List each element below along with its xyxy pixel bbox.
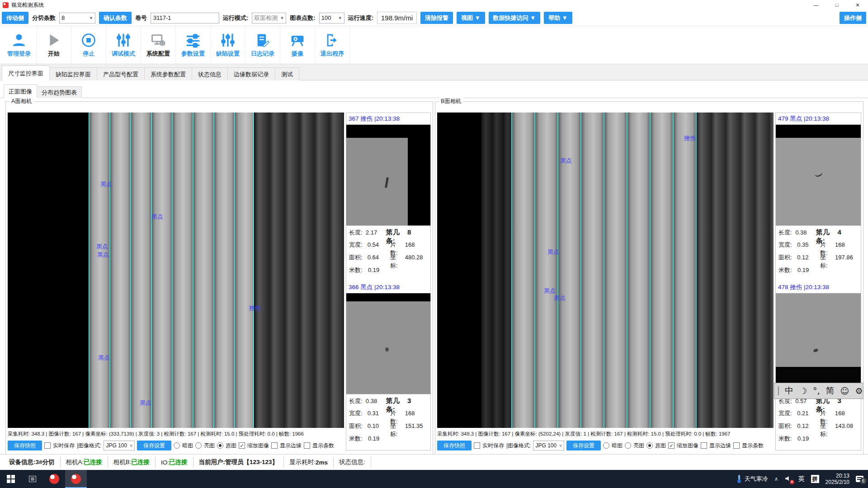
status-label: 显示耗时: bbox=[289, 458, 316, 466]
tab-main-3[interactable]: 系统参数配置 bbox=[144, 67, 192, 80]
tab-main-5[interactable]: 边缘数据记录 bbox=[227, 67, 275, 80]
bright-image-radio[interactable] bbox=[195, 442, 202, 449]
app-window: 视觉检测系统 — □ ✕ 传动侧 分切条数 8▼ 确认条数 卷号 3117-1 … bbox=[0, 0, 868, 488]
exit-icon bbox=[325, 33, 340, 48]
detail-value: 0.31 bbox=[368, 410, 390, 417]
action-label: 日志记录 bbox=[251, 50, 274, 58]
pc-gear-icon bbox=[151, 33, 166, 48]
camera-b-edge-region bbox=[697, 113, 774, 428]
tab-main-0[interactable]: 尺寸监控界面 bbox=[2, 66, 50, 80]
detail-value: 197.86 bbox=[835, 254, 858, 261]
toolbar-action-play[interactable]: 开始 bbox=[37, 26, 71, 64]
confirm-count-button[interactable]: 确认条数 bbox=[99, 12, 132, 24]
action-label: 缺陷设置 bbox=[216, 50, 240, 58]
image-format-select[interactable]: JPG 100˅ bbox=[533, 441, 564, 450]
run-mode-select[interactable]: 双面检测▼ bbox=[252, 13, 286, 23]
slit-count-select[interactable]: 8▼ bbox=[59, 13, 95, 23]
chart-points-label: 图表点数: bbox=[290, 14, 315, 22]
toolbar-action-pc-gear[interactable]: 系统配置 bbox=[141, 26, 176, 64]
show-edge-checkbox[interactable] bbox=[271, 442, 278, 449]
zoom-image-checkbox[interactable]: ✓ bbox=[668, 442, 675, 449]
volume-muted-button[interactable]: ✕ bbox=[785, 475, 792, 483]
show-strips-checkbox[interactable] bbox=[733, 442, 740, 449]
ime-chinese[interactable]: 中 bbox=[785, 385, 793, 397]
view-menu-button[interactable]: 视图 ▼ bbox=[457, 12, 485, 24]
pinyin-ime-badge[interactable]: 拼 bbox=[811, 475, 819, 483]
dark-image-radio[interactable] bbox=[174, 442, 180, 449]
save-snapshot-button[interactable]: 保存快照 bbox=[437, 441, 472, 450]
toolbar-action-sliders-h[interactable]: 参数设置 bbox=[176, 26, 211, 64]
operator-side-button[interactable]: 操作侧 bbox=[840, 12, 866, 24]
realtime-save-checkbox[interactable] bbox=[474, 442, 480, 449]
taskbar-app-1[interactable] bbox=[43, 470, 65, 488]
toolbar-action-user[interactable]: 管理登录 bbox=[2, 26, 37, 64]
toolbar-action-log-edit[interactable]: 日志记录 bbox=[245, 26, 280, 64]
ime-toolbar[interactable]: 中☽°,简☺⚙ bbox=[774, 383, 863, 399]
ime-emoji[interactable]: ☺ bbox=[840, 386, 849, 396]
log-edit-icon bbox=[255, 33, 270, 48]
defect-card-header: 479 黑点 |20:13:38 bbox=[776, 113, 861, 125]
bright-image-radio[interactable] bbox=[625, 442, 631, 449]
show-edge-checkbox[interactable] bbox=[701, 442, 707, 449]
taskbar-app-2-active[interactable] bbox=[65, 470, 87, 488]
detail-label: 宽度: bbox=[778, 409, 795, 418]
tab-sub-0[interactable]: 正面图像 bbox=[4, 84, 37, 98]
image-format-select[interactable]: JPG 100˅ bbox=[104, 441, 135, 450]
ime-punctuation[interactable]: °, bbox=[813, 386, 820, 396]
detail-label: 米数: bbox=[778, 266, 796, 274]
defect-details: 长度:0.57第几条:3宽度:0.21片数:168面积:0.12坐标:143.0… bbox=[776, 394, 861, 447]
status-camera-a: 相机A: 已连接 bbox=[61, 457, 108, 468]
detail-row: 米数:0.19 bbox=[778, 435, 858, 447]
clock-time: 20:13 bbox=[826, 473, 849, 479]
toolbar-action-exit[interactable]: 退出程序 bbox=[315, 26, 350, 64]
maximize-button[interactable]: □ bbox=[826, 0, 847, 10]
camera-a-group-title: A面相机 bbox=[9, 98, 34, 105]
minimize-button[interactable]: — bbox=[806, 0, 826, 10]
chart-points-select[interactable]: 100▼ bbox=[319, 13, 344, 23]
tab-main-4[interactable]: 状态信息 bbox=[192, 67, 228, 80]
dark-image-radio[interactable] bbox=[603, 442, 609, 449]
original-image-radio[interactable] bbox=[217, 442, 223, 449]
tab-sub-1[interactable]: 分布趋势图表 bbox=[37, 86, 82, 98]
toolbar-action-sliders-v[interactable]: 调试模式 bbox=[106, 26, 141, 64]
toolbar-action-sliders-v2[interactable]: 缺陷设置 bbox=[211, 26, 245, 64]
weather-widget[interactable]: 天气寒冷 bbox=[736, 474, 768, 483]
tab-main-1[interactable]: 缺陷监控界面 bbox=[49, 67, 97, 80]
original-image-radio[interactable] bbox=[646, 442, 653, 449]
save-settings-button[interactable]: 保存设置 bbox=[137, 441, 171, 450]
toolbar-action-camera[interactable]: 摄像 bbox=[280, 26, 315, 64]
data-shortcut-menu-button[interactable]: 数据快捷访问 ▼ bbox=[489, 12, 540, 24]
tray-expand-button[interactable]: ∧ bbox=[774, 476, 778, 482]
run-mode-label: 运行模式: bbox=[223, 14, 248, 22]
toolbar-action-stop[interactable]: 停止 bbox=[71, 26, 106, 64]
ime-simplified[interactable]: 简 bbox=[826, 385, 835, 397]
defect-marker-label: 黑点 bbox=[97, 251, 109, 259]
detail-label: 米数: bbox=[778, 435, 796, 443]
detail-value: 168 bbox=[405, 241, 428, 248]
save-settings-button[interactable]: 保存设置 bbox=[566, 441, 601, 450]
save-snapshot-button[interactable]: 保存快照 bbox=[8, 441, 42, 450]
clock[interactable]: 20:13 2025/2/10 bbox=[826, 473, 849, 485]
notification-center-button[interactable]: 6 bbox=[856, 476, 863, 482]
app-icon bbox=[49, 474, 59, 484]
tab-main-2[interactable]: 产品型号配置 bbox=[97, 67, 145, 80]
ime-moon[interactable]: ☽ bbox=[799, 386, 807, 396]
drive-side-button[interactable]: 传动侧 bbox=[2, 12, 28, 24]
clear-alarm-button[interactable]: 清除报警 bbox=[420, 12, 453, 24]
task-view-button[interactable] bbox=[22, 470, 43, 488]
camera-b-controls: 保存快照实时保存|图像格式:JPG 100˅保存设置暗图亮图原图✓缩放图像显示边… bbox=[437, 439, 774, 452]
language-indicator[interactable]: 英 bbox=[798, 475, 805, 483]
realtime-save-checkbox[interactable] bbox=[44, 442, 51, 449]
toolbar: 传动侧 分切条数 8▼ 确认条数 卷号 3117-1 运行模式: 双面检测▼ 图… bbox=[0, 10, 868, 26]
ime-settings[interactable]: ⚙ bbox=[855, 386, 863, 396]
tab-main-6[interactable]: 测试 bbox=[275, 67, 299, 80]
ime-grip-handle[interactable] bbox=[778, 386, 779, 395]
speed-label: 运行速度: bbox=[348, 14, 373, 22]
close-button[interactable]: ✕ bbox=[847, 0, 868, 10]
zoom-image-checkbox[interactable]: ✓ bbox=[239, 442, 245, 449]
action-label: 摄像 bbox=[292, 50, 303, 58]
show-strips-checkbox[interactable] bbox=[304, 442, 310, 449]
start-button[interactable] bbox=[0, 470, 22, 488]
help-menu-button[interactable]: 帮助 ▼ bbox=[544, 12, 572, 24]
roll-number-input[interactable]: 3117-1 bbox=[151, 13, 219, 23]
